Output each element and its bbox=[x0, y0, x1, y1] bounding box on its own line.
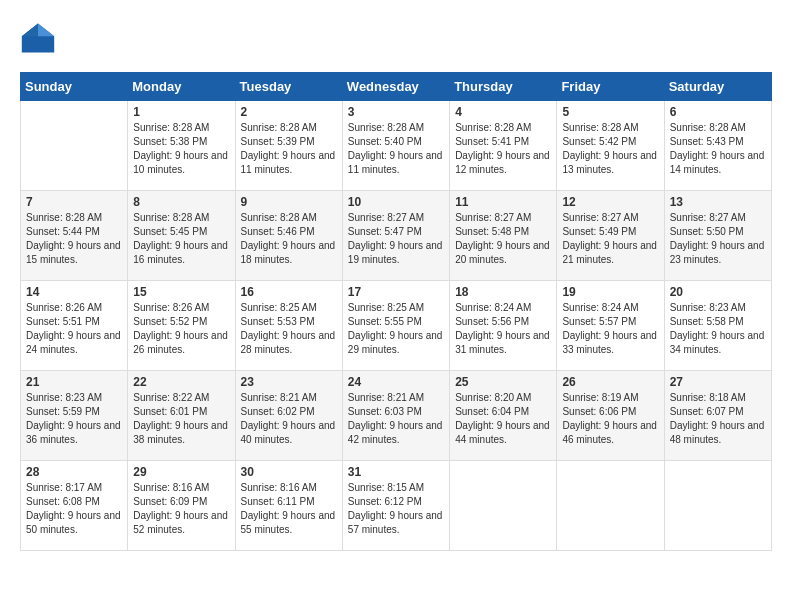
day-cell: 23 Sunrise: 8:21 AMSunset: 6:02 PMDaylig… bbox=[235, 371, 342, 461]
column-header-friday: Friday bbox=[557, 73, 664, 101]
svg-marker-2 bbox=[22, 24, 38, 37]
day-number: 15 bbox=[133, 285, 229, 299]
day-number: 1 bbox=[133, 105, 229, 119]
day-number: 12 bbox=[562, 195, 658, 209]
day-info: Sunrise: 8:28 AMSunset: 5:42 PMDaylight:… bbox=[562, 121, 658, 177]
day-number: 20 bbox=[670, 285, 766, 299]
header bbox=[20, 20, 772, 56]
day-info: Sunrise: 8:16 AMSunset: 6:11 PMDaylight:… bbox=[241, 481, 337, 537]
day-number: 13 bbox=[670, 195, 766, 209]
day-cell: 22 Sunrise: 8:22 AMSunset: 6:01 PMDaylig… bbox=[128, 371, 235, 461]
day-cell: 18 Sunrise: 8:24 AMSunset: 5:56 PMDaylig… bbox=[450, 281, 557, 371]
day-cell: 16 Sunrise: 8:25 AMSunset: 5:53 PMDaylig… bbox=[235, 281, 342, 371]
day-number: 23 bbox=[241, 375, 337, 389]
day-cell bbox=[450, 461, 557, 551]
day-cell: 7 Sunrise: 8:28 AMSunset: 5:44 PMDayligh… bbox=[21, 191, 128, 281]
day-number: 21 bbox=[26, 375, 122, 389]
day-cell: 1 Sunrise: 8:28 AMSunset: 5:38 PMDayligh… bbox=[128, 101, 235, 191]
day-info: Sunrise: 8:27 AMSunset: 5:49 PMDaylight:… bbox=[562, 211, 658, 267]
day-info: Sunrise: 8:27 AMSunset: 5:50 PMDaylight:… bbox=[670, 211, 766, 267]
day-info: Sunrise: 8:17 AMSunset: 6:08 PMDaylight:… bbox=[26, 481, 122, 537]
week-row-2: 7 Sunrise: 8:28 AMSunset: 5:44 PMDayligh… bbox=[21, 191, 772, 281]
week-row-4: 21 Sunrise: 8:23 AMSunset: 5:59 PMDaylig… bbox=[21, 371, 772, 461]
day-cell: 14 Sunrise: 8:26 AMSunset: 5:51 PMDaylig… bbox=[21, 281, 128, 371]
day-info: Sunrise: 8:24 AMSunset: 5:56 PMDaylight:… bbox=[455, 301, 551, 357]
day-number: 3 bbox=[348, 105, 444, 119]
day-number: 18 bbox=[455, 285, 551, 299]
day-cell: 27 Sunrise: 8:18 AMSunset: 6:07 PMDaylig… bbox=[664, 371, 771, 461]
day-info: Sunrise: 8:28 AMSunset: 5:46 PMDaylight:… bbox=[241, 211, 337, 267]
day-number: 29 bbox=[133, 465, 229, 479]
day-cell: 10 Sunrise: 8:27 AMSunset: 5:47 PMDaylig… bbox=[342, 191, 449, 281]
column-header-wednesday: Wednesday bbox=[342, 73, 449, 101]
column-header-monday: Monday bbox=[128, 73, 235, 101]
day-info: Sunrise: 8:27 AMSunset: 5:48 PMDaylight:… bbox=[455, 211, 551, 267]
day-number: 27 bbox=[670, 375, 766, 389]
day-info: Sunrise: 8:21 AMSunset: 6:03 PMDaylight:… bbox=[348, 391, 444, 447]
day-cell: 5 Sunrise: 8:28 AMSunset: 5:42 PMDayligh… bbox=[557, 101, 664, 191]
day-number: 26 bbox=[562, 375, 658, 389]
week-row-5: 28 Sunrise: 8:17 AMSunset: 6:08 PMDaylig… bbox=[21, 461, 772, 551]
day-number: 28 bbox=[26, 465, 122, 479]
week-row-3: 14 Sunrise: 8:26 AMSunset: 5:51 PMDaylig… bbox=[21, 281, 772, 371]
day-cell: 3 Sunrise: 8:28 AMSunset: 5:40 PMDayligh… bbox=[342, 101, 449, 191]
calendar-table: SundayMondayTuesdayWednesdayThursdayFrid… bbox=[20, 72, 772, 551]
day-cell: 20 Sunrise: 8:23 AMSunset: 5:58 PMDaylig… bbox=[664, 281, 771, 371]
day-cell: 11 Sunrise: 8:27 AMSunset: 5:48 PMDaylig… bbox=[450, 191, 557, 281]
day-info: Sunrise: 8:16 AMSunset: 6:09 PMDaylight:… bbox=[133, 481, 229, 537]
day-cell: 29 Sunrise: 8:16 AMSunset: 6:09 PMDaylig… bbox=[128, 461, 235, 551]
day-info: Sunrise: 8:26 AMSunset: 5:51 PMDaylight:… bbox=[26, 301, 122, 357]
day-number: 5 bbox=[562, 105, 658, 119]
day-info: Sunrise: 8:19 AMSunset: 6:06 PMDaylight:… bbox=[562, 391, 658, 447]
day-cell: 12 Sunrise: 8:27 AMSunset: 5:49 PMDaylig… bbox=[557, 191, 664, 281]
day-info: Sunrise: 8:21 AMSunset: 6:02 PMDaylight:… bbox=[241, 391, 337, 447]
day-number: 30 bbox=[241, 465, 337, 479]
day-number: 16 bbox=[241, 285, 337, 299]
column-header-saturday: Saturday bbox=[664, 73, 771, 101]
week-row-1: 1 Sunrise: 8:28 AMSunset: 5:38 PMDayligh… bbox=[21, 101, 772, 191]
day-number: 9 bbox=[241, 195, 337, 209]
logo bbox=[20, 20, 60, 56]
day-cell: 21 Sunrise: 8:23 AMSunset: 5:59 PMDaylig… bbox=[21, 371, 128, 461]
day-number: 24 bbox=[348, 375, 444, 389]
day-number: 19 bbox=[562, 285, 658, 299]
column-header-thursday: Thursday bbox=[450, 73, 557, 101]
day-info: Sunrise: 8:18 AMSunset: 6:07 PMDaylight:… bbox=[670, 391, 766, 447]
day-info: Sunrise: 8:22 AMSunset: 6:01 PMDaylight:… bbox=[133, 391, 229, 447]
day-cell: 2 Sunrise: 8:28 AMSunset: 5:39 PMDayligh… bbox=[235, 101, 342, 191]
day-number: 31 bbox=[348, 465, 444, 479]
day-cell: 6 Sunrise: 8:28 AMSunset: 5:43 PMDayligh… bbox=[664, 101, 771, 191]
day-number: 22 bbox=[133, 375, 229, 389]
day-cell: 17 Sunrise: 8:25 AMSunset: 5:55 PMDaylig… bbox=[342, 281, 449, 371]
day-info: Sunrise: 8:27 AMSunset: 5:47 PMDaylight:… bbox=[348, 211, 444, 267]
day-info: Sunrise: 8:23 AMSunset: 5:58 PMDaylight:… bbox=[670, 301, 766, 357]
day-number: 7 bbox=[26, 195, 122, 209]
day-number: 17 bbox=[348, 285, 444, 299]
logo-icon bbox=[20, 20, 56, 56]
day-number: 10 bbox=[348, 195, 444, 209]
day-info: Sunrise: 8:15 AMSunset: 6:12 PMDaylight:… bbox=[348, 481, 444, 537]
day-cell: 28 Sunrise: 8:17 AMSunset: 6:08 PMDaylig… bbox=[21, 461, 128, 551]
day-number: 25 bbox=[455, 375, 551, 389]
day-info: Sunrise: 8:26 AMSunset: 5:52 PMDaylight:… bbox=[133, 301, 229, 357]
day-info: Sunrise: 8:28 AMSunset: 5:43 PMDaylight:… bbox=[670, 121, 766, 177]
day-number: 6 bbox=[670, 105, 766, 119]
day-cell: 13 Sunrise: 8:27 AMSunset: 5:50 PMDaylig… bbox=[664, 191, 771, 281]
day-info: Sunrise: 8:23 AMSunset: 5:59 PMDaylight:… bbox=[26, 391, 122, 447]
day-info: Sunrise: 8:25 AMSunset: 5:53 PMDaylight:… bbox=[241, 301, 337, 357]
day-cell: 31 Sunrise: 8:15 AMSunset: 6:12 PMDaylig… bbox=[342, 461, 449, 551]
day-info: Sunrise: 8:28 AMSunset: 5:41 PMDaylight:… bbox=[455, 121, 551, 177]
day-info: Sunrise: 8:28 AMSunset: 5:40 PMDaylight:… bbox=[348, 121, 444, 177]
day-info: Sunrise: 8:28 AMSunset: 5:38 PMDaylight:… bbox=[133, 121, 229, 177]
day-cell: 26 Sunrise: 8:19 AMSunset: 6:06 PMDaylig… bbox=[557, 371, 664, 461]
day-cell: 4 Sunrise: 8:28 AMSunset: 5:41 PMDayligh… bbox=[450, 101, 557, 191]
day-number: 11 bbox=[455, 195, 551, 209]
day-cell: 30 Sunrise: 8:16 AMSunset: 6:11 PMDaylig… bbox=[235, 461, 342, 551]
day-number: 14 bbox=[26, 285, 122, 299]
day-cell bbox=[21, 101, 128, 191]
day-info: Sunrise: 8:28 AMSunset: 5:45 PMDaylight:… bbox=[133, 211, 229, 267]
day-number: 8 bbox=[133, 195, 229, 209]
day-cell: 9 Sunrise: 8:28 AMSunset: 5:46 PMDayligh… bbox=[235, 191, 342, 281]
column-header-tuesday: Tuesday bbox=[235, 73, 342, 101]
day-cell: 8 Sunrise: 8:28 AMSunset: 5:45 PMDayligh… bbox=[128, 191, 235, 281]
